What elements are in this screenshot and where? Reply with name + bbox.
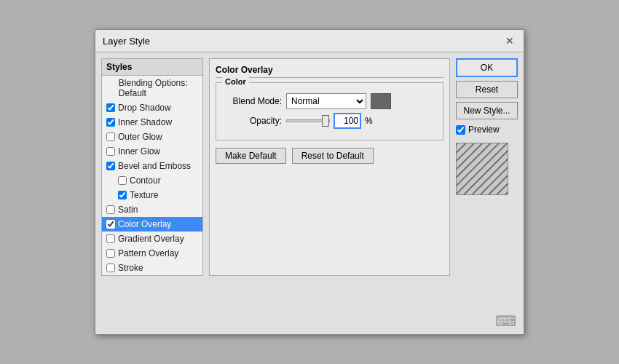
label-contour: Contour <box>130 175 161 186</box>
make-default-button[interactable]: Make Default <box>216 148 286 164</box>
checkbox-color-overlay[interactable] <box>106 220 115 229</box>
preview-checkbox[interactable] <box>456 125 465 135</box>
ok-button[interactable]: OK <box>456 58 518 77</box>
checkbox-satin[interactable] <box>106 205 115 214</box>
percent-label: % <box>365 116 373 126</box>
layer-items-list: Blending Options: DefaultDrop ShadowInne… <box>102 76 202 275</box>
layer-item-drop-shadow[interactable]: Drop Shadow <box>102 100 202 115</box>
label-satin: Satin <box>118 205 138 215</box>
preview-box <box>456 143 508 195</box>
color-swatch[interactable] <box>371 93 391 109</box>
button-row: Make Default Reset to Default <box>216 148 443 164</box>
label-color-overlay: Color Overlay <box>118 219 171 229</box>
label-outer-glow: Outer Glow <box>118 132 162 142</box>
preview-row: Preview <box>456 123 518 136</box>
layer-item-inner-shadow[interactable]: Inner Shadow <box>102 115 202 130</box>
opacity-input[interactable] <box>334 114 360 128</box>
checkbox-outer-glow[interactable] <box>106 132 115 141</box>
checkbox-pattern-overlay[interactable] <box>106 249 115 258</box>
dialog-title: Layer Style <box>103 36 150 47</box>
layer-style-dialog: Layer Style ✕ Styles Blending Options: D… <box>95 29 524 335</box>
layer-item-pattern-overlay[interactable]: Pattern Overlay <box>102 246 202 261</box>
layer-item-satin[interactable]: Satin <box>102 202 202 217</box>
layer-item-stroke[interactable]: Stroke <box>102 261 202 275</box>
label-blending-options: Blending Options: Default <box>119 78 198 98</box>
blend-mode-select[interactable]: NormalDissolveMultiplyScreenOverlayDarke… <box>286 93 366 109</box>
label-pattern-overlay: Pattern Overlay <box>118 248 178 258</box>
reset-button[interactable]: Reset <box>456 81 518 98</box>
preview-label: Preview <box>468 124 500 135</box>
color-group: Color Blend Mode: NormalDissolveMultiply… <box>216 82 443 141</box>
checkbox-texture[interactable] <box>118 191 127 199</box>
layer-item-color-overlay[interactable]: Color Overlay <box>102 217 202 232</box>
checkbox-stroke[interactable] <box>106 264 115 272</box>
layer-item-outer-glow[interactable]: Outer Glow <box>102 130 202 144</box>
color-group-label: Color <box>222 77 249 86</box>
label-drop-shadow: Drop Shadow <box>118 103 171 113</box>
checkbox-contour[interactable] <box>118 176 127 185</box>
right-panel: OK Reset New Style... Preview <box>456 58 518 276</box>
section-title: Color Overlay <box>216 65 443 78</box>
new-style-button[interactable]: New Style... <box>456 102 518 119</box>
blend-mode-label: Blend Mode: <box>224 96 282 106</box>
layer-item-bevel-and-emboss[interactable]: Bevel and Emboss <box>102 159 202 173</box>
middle-panel: Color Overlay Color Blend Mode: NormalDi… <box>209 58 450 276</box>
checkbox-inner-shadow[interactable] <box>106 118 115 127</box>
checkbox-drop-shadow[interactable] <box>106 103 115 112</box>
layer-item-gradient-overlay[interactable]: Gradient Overlay <box>102 232 202 246</box>
layer-item-inner-glow[interactable]: Inner Glow <box>102 144 202 159</box>
dialog-body: Styles Blending Options: DefaultDrop Sha… <box>95 52 524 282</box>
svg-rect-2 <box>457 143 508 194</box>
label-stroke: Stroke <box>118 263 143 273</box>
preview-image <box>457 143 508 194</box>
opacity-row: Opacity: % <box>224 114 435 128</box>
label-inner-glow: Inner Glow <box>118 146 160 157</box>
close-button[interactable]: ✕ <box>503 34 516 47</box>
opacity-label: Opacity: <box>224 116 282 126</box>
checkbox-gradient-overlay[interactable] <box>106 234 115 243</box>
reset-to-default-button[interactable]: Reset to Default <box>292 148 374 164</box>
title-bar: Layer Style ✕ <box>95 30 524 52</box>
layer-item-blending-options[interactable]: Blending Options: Default <box>102 76 202 100</box>
label-texture: Texture <box>130 190 158 200</box>
label-inner-shadow: Inner Shadow <box>118 117 172 127</box>
blend-mode-row: Blend Mode: NormalDissolveMultiplyScreen… <box>224 93 435 109</box>
left-panel-header: Styles <box>102 59 202 76</box>
left-panel: Styles Blending Options: DefaultDrop Sha… <box>101 58 203 276</box>
opacity-slider[interactable] <box>286 119 330 122</box>
label-bevel-and-emboss: Bevel and Emboss <box>118 161 191 171</box>
checkbox-inner-glow[interactable] <box>106 147 115 156</box>
layer-item-contour[interactable]: Contour <box>102 173 202 188</box>
checkbox-bevel-and-emboss[interactable] <box>106 162 115 170</box>
layer-item-texture[interactable]: Texture <box>102 188 202 202</box>
watermark: ⌨ <box>495 312 516 330</box>
label-gradient-overlay: Gradient Overlay <box>118 234 184 244</box>
